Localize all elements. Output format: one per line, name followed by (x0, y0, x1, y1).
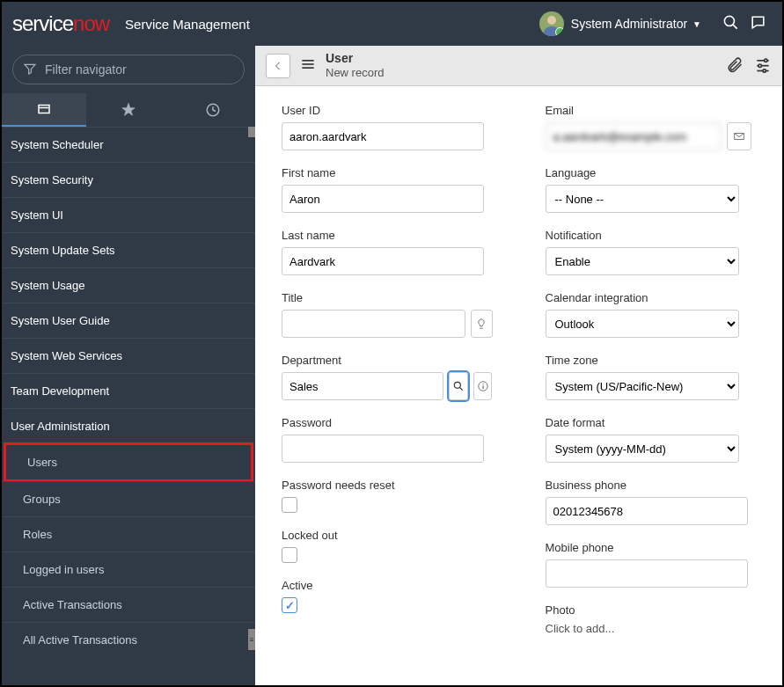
nav-item-system-update-sets[interactable]: System Update Sets (2, 232, 255, 267)
title-suggest-icon[interactable] (471, 310, 492, 338)
title-field[interactable] (282, 310, 465, 338)
nav-item-system-user-guide[interactable]: System User Guide (2, 303, 255, 338)
form-menu-icon[interactable] (299, 55, 317, 76)
main-content: User New record User ID First nam (255, 46, 782, 685)
form-right-column: Email Language -- None -- Noti (546, 104, 757, 635)
business-phone-label: Business phone (546, 479, 757, 492)
app-title: Service Management (125, 17, 250, 32)
business-phone-field[interactable] (546, 497, 748, 525)
filter-icon (23, 62, 37, 78)
user-id-label: User ID (282, 104, 493, 117)
svg-point-1 (544, 26, 560, 36)
password-field[interactable] (282, 435, 484, 463)
email-send-icon[interactable] (727, 122, 751, 150)
svg-point-0 (547, 16, 556, 25)
nav-item-system-usage[interactable]: System Usage (2, 267, 255, 303)
tab-history[interactable] (171, 93, 255, 127)
nav-list[interactable]: System SchedulerSystem SecuritySystem UI… (2, 127, 255, 685)
notification-select[interactable]: Enable (546, 247, 739, 275)
nav-item-roles[interactable]: Roles (2, 516, 255, 552)
department-info-icon[interactable] (473, 372, 493, 400)
form-subtitle: New record (326, 66, 384, 80)
avatar[interactable] (539, 11, 564, 36)
scrollbar-grip[interactable]: ≡ (248, 629, 255, 650)
first-name-field[interactable] (282, 185, 484, 213)
nav-item-user-administration[interactable]: User Administration (2, 408, 255, 443)
notification-label: Notification (546, 229, 757, 242)
caret-down-icon[interactable]: ▼ (692, 19, 701, 29)
active-label: Active (282, 579, 493, 592)
logo-now: now (73, 11, 109, 36)
password-reset-label: Password needs reset (282, 479, 493, 492)
scrollbar-top-arrow[interactable] (248, 127, 255, 137)
logo-service: service (12, 11, 73, 36)
sidebar-tabs (2, 93, 255, 127)
nav-item-system-web-services[interactable]: System Web Services (2, 338, 255, 373)
nav-item-system-scheduler[interactable]: System Scheduler (2, 127, 255, 162)
svg-point-13 (758, 64, 761, 67)
department-field[interactable] (282, 372, 443, 400)
calendar-select[interactable]: Outlook (546, 310, 739, 338)
nav-item-users[interactable]: Users (4, 442, 253, 482)
form-title: User (326, 51, 384, 66)
sidebar: System SchedulerSystem SecuritySystem UI… (2, 46, 255, 685)
photo-add-link[interactable]: Click to add... (546, 622, 615, 635)
svg-point-15 (763, 69, 766, 72)
svg-line-17 (460, 388, 463, 391)
nav-item-logged-in-users[interactable]: Logged in users (2, 552, 255, 587)
user-name[interactable]: System Administrator (571, 17, 687, 31)
svg-rect-4 (39, 106, 49, 113)
department-label: Department (282, 354, 493, 367)
last-name-field[interactable] (282, 247, 484, 275)
locked-out-label: Locked out (282, 529, 493, 542)
svg-line-3 (733, 25, 737, 29)
nav-item-all-active-transactions[interactable]: All Active Transactions (2, 622, 255, 657)
svg-point-11 (765, 59, 767, 62)
nav-item-system-ui[interactable]: System UI (2, 197, 255, 232)
nav-item-system-security[interactable]: System Security (2, 162, 255, 197)
settings-icon[interactable] (754, 55, 772, 76)
mobile-phone-field[interactable] (546, 559, 748, 588)
svg-point-2 (724, 16, 734, 26)
timezone-label: Time zone (546, 354, 757, 367)
nav-item-active-transactions[interactable]: Active Transactions (2, 587, 255, 622)
first-name-label: First name (282, 166, 493, 179)
email-label: Email (546, 104, 757, 117)
logo[interactable]: servicenow (12, 11, 109, 36)
back-button[interactable] (266, 54, 290, 78)
password-label: Password (282, 416, 493, 429)
form-titlebar: User New record (255, 46, 782, 86)
tab-all-apps[interactable] (2, 93, 86, 127)
tab-favorites[interactable] (86, 93, 171, 127)
svg-point-16 (455, 382, 461, 388)
calendar-label: Calendar integration (546, 291, 757, 304)
email-field[interactable] (546, 122, 722, 150)
chat-icon[interactable] (750, 14, 766, 33)
active-checkbox[interactable] (282, 597, 297, 613)
nav-item-groups[interactable]: Groups (2, 481, 255, 516)
password-reset-checkbox[interactable] (282, 497, 297, 513)
department-lookup-icon[interactable] (449, 372, 468, 400)
dateformat-label: Date format (546, 416, 757, 429)
search-icon[interactable] (722, 14, 739, 33)
attachment-icon[interactable] (726, 55, 744, 76)
global-header: servicenow Service Management System Adm… (2, 2, 782, 46)
svg-point-19 (482, 384, 483, 384)
filter-navigator-input[interactable] (12, 55, 245, 84)
timezone-select[interactable]: System (US/Pacific-New) (546, 372, 739, 400)
last-name-label: Last name (282, 229, 493, 242)
user-id-field[interactable] (282, 122, 484, 150)
form-left-column: User ID First name Last name Title (282, 104, 493, 635)
title-label: Title (282, 291, 493, 304)
photo-label: Photo (546, 603, 757, 617)
locked-out-checkbox[interactable] (282, 547, 297, 563)
dateformat-select[interactable]: System (yyyy-MM-dd) (546, 435, 739, 463)
nav-item-team-development[interactable]: Team Development (2, 373, 255, 408)
language-label: Language (546, 166, 757, 179)
language-select[interactable]: -- None -- (546, 185, 739, 213)
mobile-phone-label: Mobile phone (546, 541, 757, 554)
